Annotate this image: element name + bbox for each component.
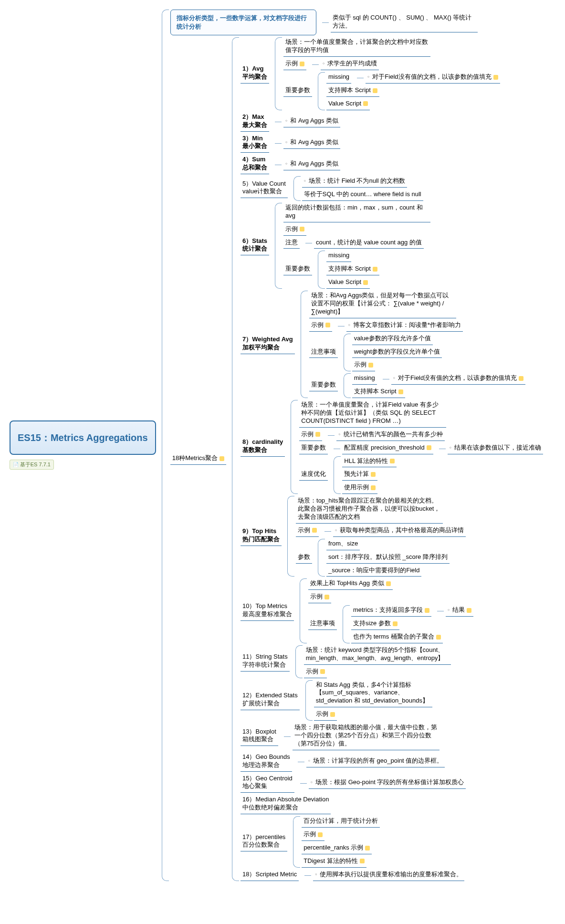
- m5-title[interactable]: 5）Value Count value计数聚合: [241, 179, 288, 199]
- m7-n3: 示例: [352, 360, 375, 371]
- m3-title[interactable]: 3）Min 最小聚合: [241, 134, 269, 153]
- pin-icon: [300, 227, 304, 231]
- pin-icon: [360, 859, 365, 863]
- m9-ex: 获取每种类型商品，其中价格最高的商品详情: [333, 525, 466, 537]
- m11-ex: 示例: [304, 667, 327, 678]
- branch-1-title[interactable]: 指标分析类型，一些数学运算，对文档字段进行统计分析: [170, 10, 316, 35]
- m1-p3: Value Script: [326, 99, 370, 110]
- pin-icon: [368, 363, 373, 368]
- root-children: 指标分析类型，一些数学运算，对文档字段进行统计分析 类似于 sql 的 COUN…: [170, 10, 543, 881]
- m15-row: 15）Geo Centroid 地心聚集 场景：根据 Geo-point 字段的…: [241, 774, 543, 793]
- m17-d4: TDigest 算法的特性: [302, 856, 366, 868]
- root-node[interactable]: ES15：Metrics Aggregations: [10, 420, 156, 455]
- m1-ex: 求学生的平均成绩: [321, 59, 379, 70]
- m6-ex: 示例: [283, 224, 306, 236]
- branch-1-desc: 类似于 sql 的 COUNT() 、 SUM() 、 MAX() 等统计方法。: [331, 13, 478, 32]
- m13-row: 13）Boxplot 箱线图聚合 场景：用于获取箱线图的最小值，最大值中位数，第…: [241, 723, 543, 750]
- m16-title[interactable]: 16）Median Absolute Deviation 中位数绝对偏差聚合: [241, 795, 331, 814]
- m4-title[interactable]: 4）Sum 总和聚合: [241, 155, 269, 174]
- m10-title[interactable]: 10）Top Metrics 最高度量标准聚合: [241, 601, 294, 621]
- m1-p1d: 对于Field没有值的文档，以该参数的值填充: [366, 72, 500, 84]
- mindmap-root-row: ES15：Metrics Aggregations 基于ES 7.7.1 指标分…: [10, 10, 555, 881]
- pin-icon: [393, 621, 398, 626]
- m11-title[interactable]: 11）String Stats 字符串统计聚合: [241, 652, 290, 672]
- pin-icon: [371, 485, 376, 490]
- m17-d3: percentile_ranks 示例: [302, 843, 372, 854]
- m5-d1: 场景：统计 Field 不为null 的文档数: [302, 176, 407, 188]
- m17-d2: 示例: [302, 830, 324, 841]
- m7-p-label: 重要参数: [309, 380, 338, 391]
- m18-d1: 使用脚本执行以提供度量标准输出的度量标准聚合。: [313, 870, 464, 881]
- m9-title[interactable]: 9）Top Hits 热门匹配聚合: [241, 526, 282, 546]
- branch-1-children: 类似于 sql 的 COUNT() 、 SUM() 、 MAX() 等统计方法。: [331, 13, 478, 32]
- pin-icon: [493, 75, 498, 80]
- m15-title[interactable]: 15）Geo Centroid 地心聚集: [241, 774, 294, 793]
- m15-d1: 场景：根据 Geo-point 字段的所有坐标值计算加权质心: [309, 777, 466, 789]
- pin-icon: [318, 832, 323, 837]
- pin-icon: [390, 459, 395, 463]
- m7-scene: 场景：和Avg Aggs类似，但是对每一个数据点可以设置不同的权重【计算公式： …: [309, 291, 456, 318]
- m8-row: 8）cardinality 基数聚合 场景：一个单值度量聚合，计算Field v…: [241, 400, 543, 494]
- m6-p1: missing: [326, 251, 351, 262]
- pin-icon: [220, 456, 224, 461]
- m8-p1: 配置精度 precision_threshold: [342, 443, 433, 454]
- m4-desc: 和 Avg Aggs 类似: [283, 159, 340, 170]
- m9-ex-label: 示例: [296, 525, 319, 537]
- m10-n1: metrics：支持返回多字段: [351, 605, 431, 617]
- pin-icon: [300, 62, 304, 66]
- m11-d1: 场景：统计 keyword 类型字段的5个指标【count、min_length…: [304, 645, 451, 665]
- m9-p1: from、size: [326, 539, 360, 550]
- m8-s-label: 速度优化: [299, 469, 328, 481]
- pin-icon: [425, 608, 429, 613]
- m6-p-label: 重要参数: [283, 264, 312, 275]
- m6-p2: 支持脚本 Script: [326, 264, 379, 275]
- pin-icon: [519, 376, 523, 381]
- m1-row: 1）Avg 平均聚合 场景：一个单值度量聚合，计算聚合的文档中对应数值字段的平均…: [241, 37, 543, 110]
- branch-2-row: 18种Metrics聚合 1）Avg 平均聚合 场景：一个单值度量聚合，计算聚合…: [170, 37, 543, 881]
- pin-icon: [363, 101, 368, 106]
- m12-title[interactable]: 12）Extended Stats 扩展统计聚合: [241, 691, 300, 710]
- m10-n2: 支持size 参数: [351, 619, 399, 630]
- m7-p2: 支持脚本 Script: [352, 387, 405, 398]
- m14-row: 14）Geo Bounds 地理边界聚合 场景：计算字段的所有 geo_poin…: [241, 752, 543, 772]
- m7-n1: value参数的字段允许多个值: [352, 334, 433, 345]
- m1-ex-label: 示例: [283, 59, 306, 70]
- m6-d1: 返回的统计数据包括：min，max，sum，count 和 avg: [283, 203, 430, 222]
- m7-ex-label: 示例: [309, 320, 332, 332]
- m10-row: 10）Top Metrics 最高度量标准聚合 效果上和 TopHits Agg…: [241, 578, 543, 643]
- m12-d1: 和 Stats Agg 类似，多4个计算指标【sum_of_squares、va…: [314, 680, 432, 708]
- pin-icon: [363, 280, 368, 285]
- m17-row: 17）percentiles 百分位数聚合 百分位计算，用于统计分析 示例 pe…: [241, 816, 543, 868]
- m13-title[interactable]: 13）Boxplot 箱线图聚合: [241, 727, 278, 746]
- pin-icon: [324, 595, 329, 599]
- m2-title[interactable]: 2）Max 最大聚合: [241, 112, 269, 132]
- m9-p-label: 参数: [296, 552, 312, 564]
- m5-d2: 等价于SQL 中的 count… where field is null: [302, 189, 423, 201]
- m6-title[interactable]: 6）Stats 统计聚合: [241, 236, 269, 256]
- m14-title[interactable]: 14）Geo Bounds 地理边界聚合: [241, 752, 292, 772]
- m8-ex-label: 示例: [299, 430, 322, 441]
- m7-title[interactable]: 7）Weighted Avg 加权平均聚合: [241, 335, 295, 354]
- m2-row: 2）Max 最大聚合 和 Avg Aggs 类似: [241, 112, 543, 132]
- m7-n-label: 注意事项: [309, 347, 338, 358]
- pin-icon: [320, 669, 325, 674]
- branch-2-title[interactable]: 18种Metrics聚合: [170, 453, 226, 465]
- pin-icon: [436, 635, 441, 640]
- m8-title[interactable]: 8）cardinality 基数聚合: [241, 437, 285, 457]
- m10-n3: 也作为 terms 桶聚合的子聚合: [351, 632, 443, 643]
- m8-scene: 场景：一个单值度量聚合，计算Field value 有多少种不同的值【近似计算】…: [299, 400, 446, 428]
- m18-title[interactable]: 18）Scripted Metric: [241, 870, 299, 881]
- m12-row: 12）Extended Stats 扩展统计聚合 和 Stats Agg 类似，…: [241, 680, 543, 721]
- m17-d1: 百分位计算，用于统计分析: [302, 816, 380, 828]
- m8-s1: HLL 算法的特性: [342, 456, 397, 468]
- m1-p1: missing: [326, 72, 351, 84]
- m2-desc: 和 Avg Aggs 类似: [283, 116, 340, 127]
- pin-icon: [325, 323, 330, 327]
- m1-title[interactable]: 1）Avg 平均聚合: [241, 64, 269, 84]
- m6-note-label: 注意: [283, 238, 300, 249]
- m17-title[interactable]: 17）percentiles 百分位数聚合: [241, 832, 287, 852]
- m6-note: count，统计的是 value count agg 的值: [314, 238, 424, 249]
- root-column: ES15：Metrics Aggregations 基于ES 7.7.1: [10, 420, 156, 470]
- m9-p2: sort：排序字段。默认按照 _score 降序排列: [326, 552, 450, 564]
- pin-icon: [330, 712, 335, 717]
